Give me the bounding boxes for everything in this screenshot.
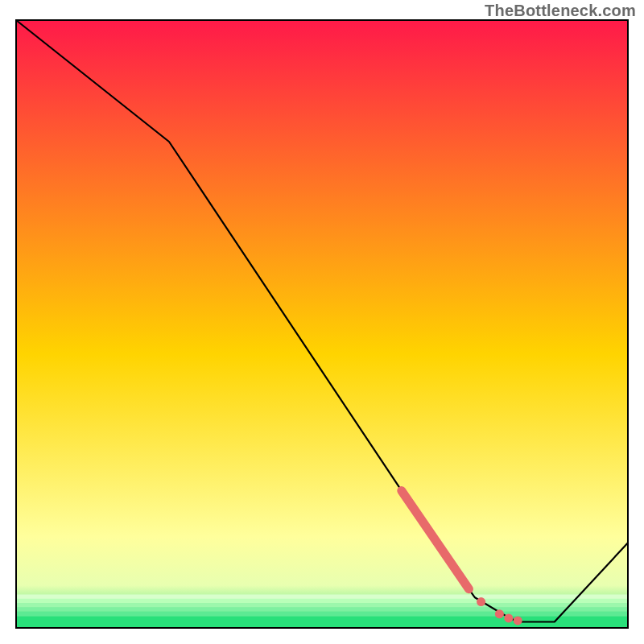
highlight-dot xyxy=(504,613,513,622)
gradient-background xyxy=(16,20,628,628)
highlight-dot xyxy=(495,609,504,618)
bottom-band xyxy=(16,612,628,617)
bottom-band xyxy=(16,607,628,612)
bottleneck-chart: TheBottleneck.com xyxy=(0,0,644,644)
chart-canvas xyxy=(0,0,644,644)
bottom-band xyxy=(16,594,628,599)
bottom-band xyxy=(16,603,628,608)
highlight-dot xyxy=(477,597,485,606)
bottom-band xyxy=(16,599,628,604)
highlight-dot xyxy=(514,616,522,625)
